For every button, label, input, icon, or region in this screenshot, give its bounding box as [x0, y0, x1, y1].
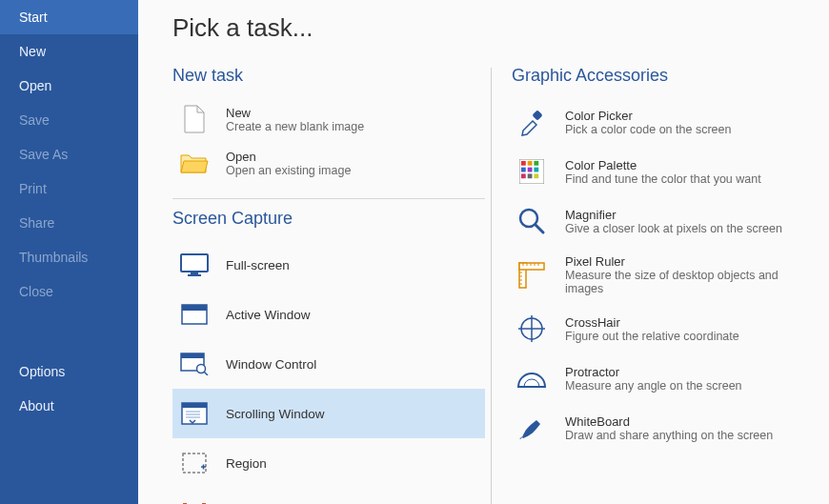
- task-subtitle: Open an existing image: [226, 164, 351, 177]
- fixed-region-icon: [178, 496, 211, 504]
- task-open[interactable]: Open Open an existing image: [172, 141, 485, 185]
- ga-subtitle: Measure any angle on the screen: [565, 379, 742, 393]
- crosshair-icon: [516, 312, 548, 345]
- ga-magnifier[interactable]: Magnifier Give a closer look at pixels o…: [512, 196, 804, 246]
- ga-title: Magnifier: [565, 208, 782, 222]
- ga-whiteboard[interactable]: WhiteBoard Draw and share anything on th…: [512, 403, 804, 453]
- sidebar: Start New Open Save Save As Print Share …: [0, 0, 138, 504]
- magnifier-icon: [516, 205, 548, 237]
- sidebar-item-label: New: [19, 44, 46, 59]
- ga-subtitle: Find and tune the color that you want: [565, 172, 761, 186]
- svg-rect-20: [532, 110, 542, 120]
- palette-grid-icon: [516, 155, 548, 188]
- svg-rect-6: [181, 353, 204, 358]
- left-column: New task New Create a new blank image Op…: [172, 66, 485, 504]
- svg-rect-4: [182, 305, 207, 311]
- sidebar-item-label: Print: [19, 181, 47, 196]
- task-subtitle: Create a new blank image: [226, 120, 364, 133]
- folder-open-icon: [178, 147, 211, 179]
- capture-label: Region: [226, 456, 267, 471]
- ga-subtitle: Measure the size of desktop objects and …: [565, 269, 800, 295]
- capture-region[interactable]: Region: [172, 438, 485, 488]
- sidebar-item-options[interactable]: Options: [0, 354, 138, 389]
- capture-label: Window Control: [226, 357, 316, 372]
- svg-rect-22: [521, 161, 526, 166]
- sidebar-item-new[interactable]: New: [0, 34, 138, 69]
- sidebar-item-label: Open: [19, 78, 51, 93]
- page-title: Pick a task...: [172, 13, 804, 43]
- eyedropper-icon: [516, 106, 548, 138]
- sidebar-item-start[interactable]: Start: [0, 0, 138, 34]
- capture-active-window[interactable]: Active Window: [172, 290, 485, 339]
- sidebar-item-close: Close: [0, 274, 138, 309]
- svg-line-32: [536, 225, 543, 232]
- window-search-icon: [178, 348, 211, 380]
- svg-rect-23: [528, 161, 533, 166]
- svg-rect-26: [528, 168, 533, 172]
- capture-fixed-region[interactable]: Fixed Region: [172, 488, 485, 504]
- sidebar-item-label: Share: [19, 215, 54, 231]
- region-icon: [178, 447, 211, 479]
- ga-crosshair[interactable]: CrossHair Figure out the relative coordi…: [512, 304, 804, 353]
- capture-label: Full-screen: [226, 258, 290, 272]
- capture-scrolling-window[interactable]: Scrolling Window: [172, 389, 485, 438]
- horizontal-separator: [172, 198, 485, 199]
- svg-rect-10: [182, 403, 207, 408]
- sidebar-item-thumbnails: Thumbnails: [0, 240, 138, 274]
- ga-subtitle: Give a closer look at pixels on the scre…: [565, 222, 782, 235]
- pen-icon: [516, 412, 548, 444]
- sidebar-item-label: Save: [19, 112, 50, 128]
- sidebar-item-about[interactable]: About: [0, 389, 138, 423]
- svg-rect-30: [534, 173, 538, 178]
- monitor-icon: [178, 249, 211, 281]
- capture-label: Scrolling Window: [226, 407, 325, 421]
- section-title-new-task: New task: [172, 66, 485, 86]
- sidebar-item-label: Start: [19, 10, 48, 25]
- section-title-graphic-accessories: Graphic Accessories: [512, 66, 804, 86]
- ga-subtitle: Draw and share anything on the screen: [565, 429, 773, 442]
- svg-rect-29: [528, 173, 533, 178]
- svg-rect-14: [183, 454, 206, 473]
- task-title: Open: [226, 150, 351, 164]
- ga-title: Protractor: [565, 365, 742, 379]
- svg-rect-1: [191, 272, 198, 274]
- sidebar-item-label: Close: [19, 284, 53, 299]
- capture-window-control[interactable]: Window Control: [172, 339, 485, 389]
- sidebar-item-label: About: [19, 398, 54, 413]
- sidebar-item-label: Options: [19, 364, 65, 379]
- task-title: New: [226, 106, 364, 120]
- capture-label: Active Window: [226, 308, 311, 322]
- sidebar-item-print: Print: [0, 171, 138, 206]
- svg-rect-28: [521, 173, 526, 178]
- ga-title: Pixel Ruler: [565, 254, 800, 269]
- task-new[interactable]: New Create a new blank image: [172, 97, 485, 141]
- ga-color-picker[interactable]: Color Picker Pick a color code on the sc…: [512, 97, 804, 147]
- svg-rect-27: [534, 168, 538, 172]
- vertical-separator: [491, 68, 492, 504]
- ga-subtitle: Pick a color code on the screen: [565, 123, 731, 136]
- svg-rect-2: [188, 274, 201, 276]
- ruler-icon: [516, 259, 548, 292]
- protractor-icon: [516, 362, 548, 394]
- sidebar-item-save: Save: [0, 103, 138, 137]
- capture-full-screen[interactable]: Full-screen: [172, 240, 485, 290]
- ga-protractor[interactable]: Protractor Measure any angle on the scre…: [512, 353, 804, 403]
- ga-pixel-ruler[interactable]: Pixel Ruler Measure the size of desktop …: [512, 246, 804, 304]
- ga-title: CrossHair: [565, 315, 739, 330]
- blank-page-icon: [178, 103, 211, 135]
- ga-title: Color Picker: [565, 109, 731, 123]
- ga-subtitle: Figure out the relative coordinate: [565, 330, 739, 343]
- sidebar-item-save-as: Save As: [0, 137, 138, 171]
- sidebar-item-open[interactable]: Open: [0, 69, 138, 103]
- main-panel: Pick a task... New task New Create a new…: [138, 0, 829, 504]
- sidebar-item-label: Save As: [19, 147, 68, 162]
- sidebar-item-share: Share: [0, 206, 138, 240]
- ga-color-palette[interactable]: Color Palette Find and tune the color th…: [512, 147, 804, 196]
- section-title-screen-capture: Screen Capture: [172, 209, 485, 229]
- scroll-window-icon: [178, 397, 211, 430]
- right-column: Graphic Accessories Color Picker Pick a …: [512, 66, 804, 504]
- ga-title: WhiteBoard: [565, 414, 773, 429]
- window-icon: [178, 298, 211, 331]
- svg-rect-24: [534, 161, 538, 166]
- sidebar-item-label: Thumbnails: [19, 250, 88, 265]
